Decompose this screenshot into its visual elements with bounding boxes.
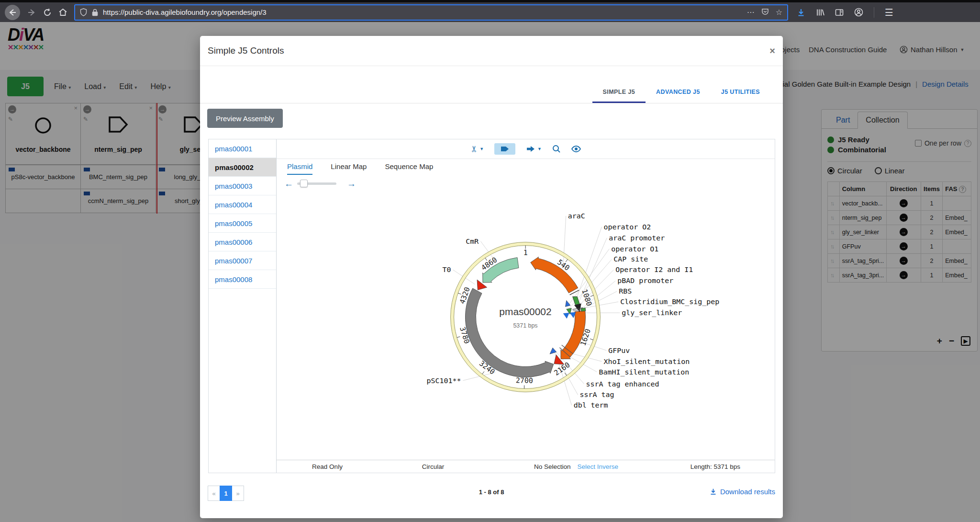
assembly-item-pmas00006[interactable]: pmas00006 xyxy=(209,233,276,251)
assembly-item-pmas00003[interactable]: pmas00003 xyxy=(209,177,276,195)
feature-label-gly-ser-linker: gly_ser_linker xyxy=(622,308,682,317)
feature-label-ssra-tag-enhanced: ssrA tag enhanced xyxy=(586,380,659,388)
url-text[interactable]: https://public-diva.agilebiofoundry.org/… xyxy=(103,8,740,16)
assembly-item-pmas00004[interactable]: pmas00004 xyxy=(209,195,276,214)
topology-status: Circular xyxy=(378,463,488,470)
assembly-item-pmas00008[interactable]: pmas00008 xyxy=(209,270,276,289)
j5-mode-tabs: SIMPLE J5ADVANCED J5J5 UTILITIES xyxy=(200,66,783,103)
plasmid-map[interactable]: 154010801620216027003240378043204860araC… xyxy=(277,192,775,460)
viewer-tab-sequence-map[interactable]: Sequence Map xyxy=(385,162,433,175)
zoom-out-arrow-icon[interactable]: ← xyxy=(284,179,293,188)
feature-label-operator-i2-and-i1: Operator I2 and I1 xyxy=(615,265,693,274)
zoom-control: ← → xyxy=(277,175,775,192)
feature-ssra-tag-enhanced[interactable] xyxy=(550,348,557,354)
browser-toolbar: https://public-diva.agilebiofoundry.org/… xyxy=(0,0,980,22)
arrow-right-icon xyxy=(526,145,535,153)
library-icon[interactable] xyxy=(816,8,824,17)
feature-label-rbs: RBS xyxy=(619,287,632,295)
feature-clostridium-bmc-sig-pep[interactable] xyxy=(581,308,586,311)
lock-icon[interactable] xyxy=(92,9,98,16)
back-icon[interactable] xyxy=(5,5,20,20)
select-inverse-link[interactable]: Select Inverse xyxy=(578,463,619,470)
viewer-tab-plasmid[interactable]: Plasmid xyxy=(287,162,312,175)
viewer-toolbar: ✂ ▼ ▼ xyxy=(277,139,775,159)
tick-label: 1080 xyxy=(580,288,593,307)
feature-label-arac: araC xyxy=(568,212,585,220)
assembly-item-pmas00002[interactable]: pmas00002 xyxy=(209,158,276,177)
preview-assembly-button[interactable]: Preview Assembly xyxy=(207,109,283,128)
tick-label: 1 xyxy=(523,249,528,257)
zoom-slider-handle[interactable] xyxy=(300,180,308,187)
tab-advanced-j5[interactable]: ADVANCED J5 xyxy=(646,82,711,103)
next-page-button[interactable]: » xyxy=(232,486,244,501)
account-icon[interactable] xyxy=(854,8,863,17)
zoom-slider[interactable] xyxy=(297,182,336,185)
chevron-down-icon: ▼ xyxy=(537,147,542,151)
shield-icon[interactable] xyxy=(80,8,87,16)
feature-label-cmr: CmR xyxy=(466,237,479,246)
feature-label-dbl-term: dbl term xyxy=(574,401,608,409)
download-icon[interactable] xyxy=(797,8,805,17)
download-results-link[interactable]: Download results xyxy=(710,488,775,496)
sequence-viewer: ✂ ▼ ▼ PlasmidLinear MapSequence Map xyxy=(277,139,775,473)
assembly-item-pmas00001[interactable]: pmas00001 xyxy=(209,139,276,158)
feature-psc101-[interactable] xyxy=(465,288,553,377)
current-page-button[interactable]: 1 xyxy=(220,486,232,501)
feature-label-cap-site: CAP site xyxy=(613,255,648,263)
feature-label-ssra-tag: ssrA tag xyxy=(580,390,614,399)
axis-tick xyxy=(457,337,460,338)
feature-label-psc101-: pSC101** xyxy=(427,376,461,385)
tag-icon xyxy=(500,146,510,152)
feature-label-bamhi-silent-mutation: BamHI_silent_mutation xyxy=(599,368,689,376)
tab-simple-j5[interactable]: SIMPLE J5 xyxy=(592,82,646,103)
assembly-results: pmas00001pmas00002pmas00003pmas00004pmas… xyxy=(208,139,775,473)
sidebar-icon[interactable] xyxy=(835,8,844,17)
menu-icon[interactable]: ☰ xyxy=(885,7,893,18)
eye-icon xyxy=(571,146,581,152)
viewer-status-bar: Read Only Circular No Selection Select I… xyxy=(277,460,775,473)
feature-label-pbad-promoter: pBAD promoter xyxy=(617,276,673,285)
assembly-list: pmas00001pmas00002pmas00003pmas00004pmas… xyxy=(209,139,277,473)
prev-page-button[interactable]: « xyxy=(208,486,220,501)
close-icon[interactable]: × xyxy=(769,46,775,56)
feature-label-clostridium-bmc-sig-pep: Clostridium_BMC_sig_pep xyxy=(620,297,719,306)
simple-j5-controls-dialog: Simple J5 Controls × SIMPLE J5ADVANCED J… xyxy=(200,36,783,518)
feature-label-operator-o2: operator O2 xyxy=(603,223,651,231)
scissors-icon: ✂ xyxy=(469,145,479,152)
refresh-icon[interactable] xyxy=(43,8,52,17)
overflow-icon[interactable]: ⋯ xyxy=(747,8,755,17)
plasmid-length: 5371 bps xyxy=(513,322,537,329)
feature-label-gfpuv: GFPuv xyxy=(608,346,630,355)
feature-label-t0: T0 xyxy=(443,265,451,274)
plasmid-name: pmas00002 xyxy=(499,306,551,317)
feature-gly-ser-linker[interactable] xyxy=(563,313,569,318)
feature-label-operator-o1: operator O1 xyxy=(611,245,658,253)
annotation-tool-button[interactable] xyxy=(494,143,515,155)
bookmark-star-icon[interactable]: ☆ xyxy=(776,8,782,17)
find-tool-button[interactable] xyxy=(552,145,561,153)
zoom-in-arrow-icon[interactable]: → xyxy=(347,179,356,188)
tick-label: 2700 xyxy=(516,376,533,385)
assembly-item-pmas00005[interactable]: pmas00005 xyxy=(209,214,276,233)
viewer-tab-linear-map[interactable]: Linear Map xyxy=(331,162,367,175)
axis-tick xyxy=(482,372,484,374)
assembly-item-pmas00007[interactable]: pmas00007 xyxy=(209,251,276,270)
page-summary: 1 - 8 of 8 xyxy=(479,488,504,496)
forward-icon[interactable] xyxy=(27,8,36,17)
url-bar[interactable]: https://public-diva.agilebiofoundry.org/… xyxy=(74,4,788,21)
tab-j5-utilities[interactable]: J5 UTILITIES xyxy=(711,82,770,103)
viewer-map-tabs: PlasmidLinear MapSequence Map xyxy=(277,159,775,175)
axis-tick xyxy=(590,339,593,340)
pagination: « 1 » xyxy=(208,486,244,501)
download-icon xyxy=(710,488,717,495)
dialog-title: Simple J5 Controls xyxy=(208,45,284,56)
chevron-down-icon: ▼ xyxy=(479,147,484,151)
read-only-status: Read Only xyxy=(277,463,378,470)
plasmid-map-svg: 154010801620216027003240378043204860araC… xyxy=(277,192,775,460)
home-icon[interactable] xyxy=(58,8,67,17)
pocket-icon[interactable] xyxy=(761,8,769,17)
feature-arac[interactable] xyxy=(531,257,578,293)
visibility-tool-button[interactable] xyxy=(571,146,581,152)
orf-tool-button[interactable]: ▼ xyxy=(526,145,542,153)
cut-tool-button[interactable]: ✂ ▼ xyxy=(470,144,484,154)
